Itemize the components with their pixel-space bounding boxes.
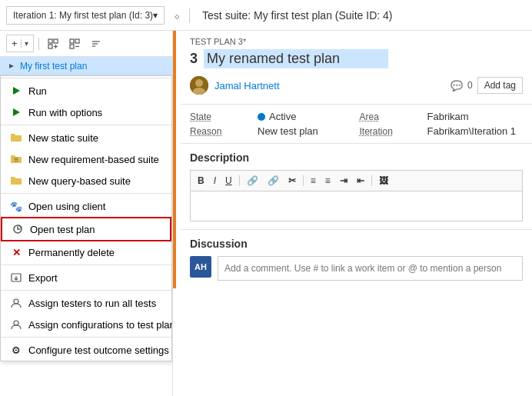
indent-button[interactable]: ⇥ [337, 174, 350, 188]
right-panel: TEST PLAN 3* 3 Jamal Hartnett 💬 0 [173, 31, 532, 396]
author-name[interactable]: Jamal Hartnett [214, 80, 280, 92]
author-row: Jamal Hartnett 💬 0 Add tag [190, 73, 523, 98]
svg-marker-14 [13, 108, 20, 116]
suite-title: Test suite: My first test plan (Suite ID… [196, 9, 392, 22]
add-label: + [12, 38, 18, 49]
menu-item-run-options[interactable]: Run with options [1, 101, 171, 123]
menu-separator-top [1, 78, 171, 78]
export-icon [10, 271, 22, 284]
separator [38, 38, 39, 50]
comment-avatar: AH [190, 256, 211, 278]
outdent-button[interactable]: ⇤ [354, 174, 367, 188]
fields-section: State Active Area Fabrikam Reason New te… [181, 105, 532, 144]
menu-separator-1 [1, 125, 171, 125]
menu-item-assign-testers[interactable]: Assign testers to run all tests [1, 292, 171, 314]
menu-separator-2 [1, 193, 171, 194]
iteration-selector[interactable]: Iteration 1: My first test plan (Id: 3) … [6, 6, 165, 25]
state-label: State [190, 111, 251, 122]
test-plan-number-row: 3 [190, 49, 523, 68]
tree-toggle[interactable] [6, 62, 17, 70]
svg-point-21 [14, 299, 18, 304]
menu-separator-5 [1, 337, 171, 338]
test-plan-number: 3 [190, 51, 198, 67]
comment-area-right: 💬 0 Add tag [451, 77, 523, 94]
order-button[interactable] [87, 36, 105, 52]
add-arrow-icon: ▾ [21, 39, 28, 48]
editor-separator-3 [371, 175, 372, 186]
filter-icon[interactable]: ⬦ [171, 6, 183, 25]
main-area: + ▾ [0, 31, 532, 396]
top-bar: Iteration 1: My first test plan (Id: 3) … [0, 0, 532, 31]
svg-rect-5 [70, 39, 74, 43]
editor-toolbar: B I U 🔗 🔗 ✂ ≡ ≡ ⇥ ⇤ 🖼 [190, 170, 523, 191]
image-button[interactable]: 🖼 [377, 174, 391, 188]
menu-item-open-test-plan[interactable]: Open test plan [1, 217, 171, 241]
menu-item-new-req[interactable]: ☰ New requirement-based suite [1, 148, 171, 170]
dropdown-arrow-icon: ▾ [153, 10, 158, 21]
link-button[interactable]: 🔗 [244, 174, 261, 188]
discussion-heading: Discussion [190, 238, 523, 250]
discussion-section: Discussion AH [181, 230, 532, 288]
menu-item-new-static[interactable]: New static suite [1, 127, 171, 148]
menu-separator-4 [1, 290, 171, 291]
menu-item-assign-testers-label: Assign testers to run all tests [28, 298, 156, 309]
svg-rect-6 [75, 39, 79, 43]
menu-item-configure-outcome[interactable]: ⚙ Configure test outcome settings [1, 339, 171, 361]
list-ul-button[interactable]: ≡ [308, 174, 318, 188]
editor-area[interactable] [190, 191, 523, 221]
list-ol-button[interactable]: ≡ [323, 174, 333, 188]
menu-item-new-static-label: New static suite [28, 132, 98, 144]
query-icon [10, 175, 22, 187]
editor-separator-1 [239, 175, 240, 186]
avatar [190, 76, 208, 95]
menu-separator-3 [1, 265, 171, 265]
tree-item-my-first-test-plan[interactable]: My first test plan [0, 57, 172, 75]
link2-button[interactable]: 🔗 [265, 174, 281, 188]
menu-item-run-label: Run [28, 85, 47, 97]
state-text: Active [269, 111, 296, 122]
menu-item-delete[interactable]: ✕ Permanently delete [1, 241, 171, 263]
req-icon: ☰ [10, 153, 22, 165]
menu-item-run-options-label: Run with options [28, 107, 102, 118]
menu-item-open-client-label: Open using client [28, 201, 105, 212]
add-tag-button[interactable]: Add tag [477, 77, 523, 94]
expand-icon [48, 38, 58, 49]
settings-icon: ⚙ [10, 344, 22, 356]
test-plan-name-input[interactable] [204, 49, 388, 68]
bold-button[interactable]: B [195, 174, 207, 188]
menu-item-open-test-plan-label: Open test plan [30, 224, 95, 235]
iteration-label: Iteration [360, 126, 421, 137]
menu-item-run[interactable]: Run [1, 80, 171, 101]
underline-button[interactable]: U [223, 174, 234, 188]
add-button[interactable]: + ▾ [6, 35, 34, 52]
left-panel: + ▾ [0, 31, 173, 396]
comment-count: 0 [467, 80, 473, 91]
collapse-all-button[interactable] [65, 36, 84, 52]
italic-button[interactable]: I [211, 174, 218, 188]
menu-item-new-query[interactable]: New query-based suite [1, 170, 171, 191]
comment-input[interactable] [218, 256, 523, 281]
svg-point-24 [195, 79, 203, 87]
svg-rect-7 [70, 45, 74, 48]
assign-configs-icon [10, 318, 22, 331]
open-test-plan-icon [12, 223, 24, 235]
menu-item-assign-configs-label: Assign configurations to test plan [28, 319, 172, 331]
area-label: Area [360, 111, 421, 122]
cut-button[interactable]: ✂ [286, 174, 298, 188]
menu-item-open-client[interactable]: 🐾 Open using client [1, 195, 171, 217]
avatar-image [190, 76, 208, 95]
test-plan-label: TEST PLAN 3* [190, 37, 523, 46]
menu-item-export[interactable]: Export [1, 267, 171, 288]
menu-item-new-req-label: New requirement-based suite [28, 154, 159, 165]
reason-label: Reason [190, 126, 251, 137]
collapse-toggle-icon [8, 62, 15, 70]
delete-icon: ✕ [10, 246, 22, 258]
test-plan-header: TEST PLAN 3* 3 Jamal Hartnett 💬 0 [181, 31, 532, 105]
svg-rect-2 [48, 45, 52, 48]
svg-marker-13 [13, 87, 20, 95]
divider [189, 8, 190, 23]
assign-testers-icon [10, 297, 22, 309]
client-icon: 🐾 [10, 200, 22, 212]
menu-item-assign-configs[interactable]: Assign configurations to test plan [1, 314, 171, 335]
expand-all-button[interactable] [44, 36, 62, 52]
